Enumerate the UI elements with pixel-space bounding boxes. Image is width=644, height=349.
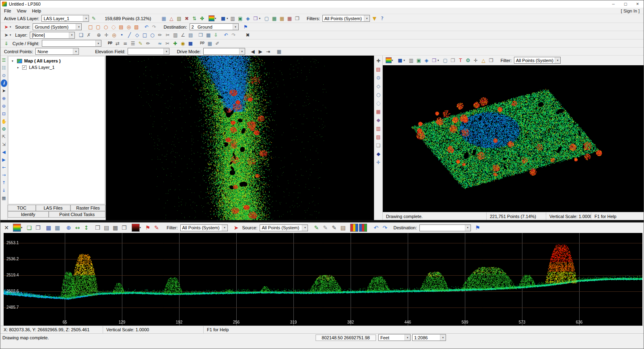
identify-icon[interactable]: i <box>1 79 7 87</box>
zoom-previous-icon[interactable]: ◀ <box>1 148 7 156</box>
feature-list-icon[interactable]: ▦ <box>205 32 212 39</box>
trajectory-icon[interactable]: ⇄ <box>114 40 121 47</box>
pan-left-icon[interactable]: ← <box>1 164 7 171</box>
display-mode-icon-dropdown-arrow[interactable]: ▾ <box>227 17 228 20</box>
profile-line-tool-icon[interactable]: ✚ <box>375 56 382 65</box>
move-view-icon[interactable]: ✛ <box>375 158 382 166</box>
drive-mode-combo[interactable]: ▾ <box>203 48 245 55</box>
grid-select-icon[interactable]: ▦ <box>375 107 382 116</box>
map-view[interactable] <box>106 56 374 220</box>
classify-brush-icon[interactable]: ◎ <box>125 23 132 30</box>
control-table-icon[interactable]: ▦ <box>276 48 283 55</box>
diamond-select-icon[interactable]: ◆ <box>375 116 382 124</box>
shading-3d-icon[interactable]: ▥ <box>408 57 415 64</box>
tin-display-icon[interactable]: △ <box>168 15 175 22</box>
classify-lasso-icon[interactable]: ◌ <box>110 23 117 30</box>
text-label-icon[interactable]: T <box>457 57 464 64</box>
expander-icon[interactable]: ▸ <box>17 66 21 69</box>
view-3d[interactable] <box>383 65 644 212</box>
profile-grid-icon[interactable]: ▦ <box>45 224 53 232</box>
destination-class-combo[interactable]: 2 Ground▾ <box>190 23 239 30</box>
georeference-icon[interactable]: ✏ <box>145 40 152 47</box>
smooth-icon[interactable]: ≈ <box>157 40 163 47</box>
tab-las-files[interactable]: LAS Files <box>36 205 71 211</box>
minimize-button[interactable]: ─ <box>607 0 619 8</box>
profile-notes-icon[interactable]: ▤ <box>375 65 382 73</box>
sign-in-link[interactable]: [ Sign In ] <box>621 8 644 13</box>
copy-3d-icon[interactable]: ❐ <box>488 57 495 64</box>
add-cycle-icon[interactable]: ✚ <box>172 40 179 47</box>
layer-properties-icon[interactable]: ✎ <box>90 15 97 22</box>
cycle-flight-combo[interactable]: ▾ <box>42 40 101 47</box>
circle-select-icon[interactable]: ○ <box>375 90 382 99</box>
overlay-options-icon[interactable]: ❒ <box>252 15 259 22</box>
control-points-combo-arrow-icon[interactable]: ▾ <box>73 48 78 54</box>
cycle-flight-combo-arrow-icon[interactable]: ▾ <box>95 40 101 46</box>
flag-profile-icon[interactable]: ⚑ <box>474 224 482 232</box>
edit-vertices-icon[interactable]: ✏ <box>157 32 163 39</box>
classify-polygon-icon[interactable]: ▢ <box>95 23 101 30</box>
fit-width-icon[interactable]: ↔ <box>74 224 82 232</box>
feature-select-icon-dropdown-arrow[interactable]: ▾ <box>10 33 11 37</box>
source-filter-combo[interactable]: Ground (System)▾ <box>33 23 82 30</box>
globe-icon[interactable]: ❂ <box>465 57 472 64</box>
destination-class-combo-arrow-icon[interactable]: ▾ <box>233 24 238 30</box>
feature-layer-combo[interactable]: [None]▾ <box>30 32 75 39</box>
scale-combo[interactable]: 1:2086 ▾ <box>412 334 446 341</box>
scale-combo-arrow-icon[interactable]: ▾ <box>440 334 446 341</box>
checker-icon[interactable]: ▩ <box>111 224 120 232</box>
color-by-elevation-3d-icon[interactable] <box>386 57 392 63</box>
import-export-icon[interactable]: ⇅ <box>191 15 198 22</box>
overlay-options-icon-dropdown-arrow[interactable]: ▾ <box>259 17 260 20</box>
classify-below-icon[interactable]: ✎ <box>330 224 338 232</box>
raster-display-icon[interactable]: ▧ <box>175 15 182 22</box>
legend-icon[interactable]: ☷ <box>1 64 7 72</box>
menu-help[interactable]: Help <box>29 8 44 13</box>
new-profile-window-icon[interactable]: ❏ <box>25 224 33 232</box>
undo-profile-icon[interactable]: ↶ <box>372 224 380 232</box>
snapshot-3d-icon[interactable]: ❐ <box>450 57 456 64</box>
profile-filter-combo[interactable]: All Points (System)▾ <box>180 224 228 231</box>
draw-circle-icon[interactable]: ○ <box>149 32 156 39</box>
map-overlay-icon[interactable]: ◈ <box>244 15 251 22</box>
profile-point-cloud-canvas[interactable] <box>4 233 642 326</box>
menu-view[interactable]: View <box>14 8 29 13</box>
pp-settings-icon[interactable]: PP <box>107 40 114 47</box>
classify-fence-icon[interactable]: ▧ <box>133 23 140 30</box>
draw-rectangle-icon[interactable]: □ <box>141 32 148 39</box>
profile-filter-combo-arrow-icon[interactable]: ▾ <box>222 225 227 231</box>
classify-profile-tool-icon[interactable]: ➤ <box>232 224 240 232</box>
delete-feature-icon[interactable]: ✗ <box>85 32 92 39</box>
layer-stack-icon[interactable]: ❏ <box>375 141 382 150</box>
profile-color-mode-icon[interactable] <box>13 224 21 232</box>
tab-identify[interactable]: Identify <box>8 211 49 218</box>
pan-icon[interactable]: ✋ <box>1 118 7 125</box>
snapshot-profile-icon[interactable]: ❒ <box>94 224 102 232</box>
toc-root-item[interactable]: ▾Map ( All Layers ) <box>8 58 105 64</box>
display-mode-3d-icon[interactable]: ■ <box>397 57 404 64</box>
profile-view[interactable]: 2553.12536.22519.42502.62485.76512919225… <box>4 233 642 326</box>
feature-properties-icon[interactable]: ❒ <box>197 32 204 39</box>
copy-profile-icon[interactable]: ❐ <box>120 224 128 232</box>
units-combo-arrow-icon[interactable]: ▾ <box>405 334 410 341</box>
elevation-ramp-icon-dropdown-arrow[interactable]: ▾ <box>140 226 141 229</box>
classify-profile-icon[interactable]: ▤ <box>118 23 124 30</box>
overlay-options-3d-icon[interactable]: ❒ <box>431 57 438 64</box>
next-control-icon[interactable]: ▶ <box>257 48 264 55</box>
hatch-card-icon[interactable]: ▥ <box>375 124 382 133</box>
class-stats-icon[interactable] <box>359 224 367 232</box>
cut-cycle-icon[interactable]: ✂ <box>164 40 171 47</box>
class-legend-icon[interactable] <box>350 224 358 232</box>
zoom-region-icon[interactable]: ⊙ <box>375 73 382 82</box>
undo-classify-icon[interactable]: ↶ <box>143 23 150 30</box>
flag-classification-icon[interactable]: ⚑ <box>242 23 249 30</box>
lasso-select-icon[interactable]: ◌ <box>375 99 382 107</box>
zoom-in-icon[interactable]: ⊕ <box>1 95 7 102</box>
classify-tool-icon-dropdown-arrow[interactable]: ▾ <box>10 25 11 29</box>
live-view-icon[interactable]: ✤ <box>198 15 205 22</box>
view-3d-point-cloud-canvas[interactable] <box>383 65 644 212</box>
cube-3d-icon[interactable]: ◆ <box>375 150 382 158</box>
elevation-field-combo[interactable]: ▾ <box>128 48 169 55</box>
filters-combo[interactable]: All Points (System)▾ <box>322 15 370 22</box>
zoom-next-icon[interactable]: ▶ <box>1 156 7 164</box>
